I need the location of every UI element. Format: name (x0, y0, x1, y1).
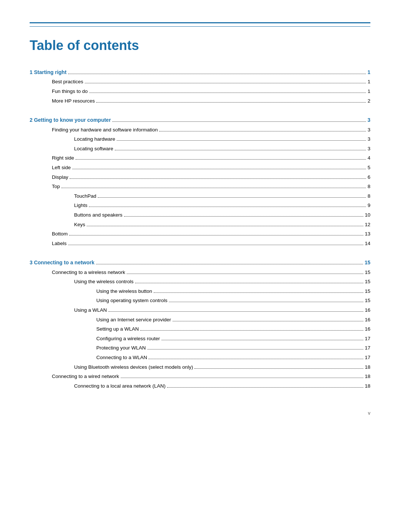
toc-entry-dots (167, 387, 363, 388)
toc-entry: Using the wireless controls15 (30, 278, 370, 286)
toc-entry-page: 6 (367, 173, 370, 181)
toc-entry: Fun things to do1 (30, 87, 370, 96)
toc-entry-page: 14 (365, 240, 370, 248)
toc-entry-dots (87, 226, 363, 226)
toc-entry-text: Using Bluetooth wireless devices (select… (74, 363, 193, 371)
toc-entry-page: 4 (367, 154, 370, 162)
toc-entry-page: 3 (367, 116, 370, 124)
toc-entry-text: Buttons and speakers (74, 211, 123, 219)
toc-entry-dots (85, 83, 366, 83)
toc-entry: 3 Connecting to a network15 (30, 258, 370, 267)
toc-entry-dots (149, 359, 363, 359)
toc-entry-text: Labels (52, 240, 67, 248)
toc-entry-text: Right side (52, 154, 74, 162)
toc-entry-page: 18 (365, 363, 370, 371)
toc-entry-page: 15 (365, 268, 370, 277)
toc-entry-text: Configuring a wireless router (96, 335, 160, 343)
toc-entry: Left side5 (30, 164, 370, 172)
toc-entry-text: Finding your hardware and software infor… (52, 126, 158, 134)
toc-entry-dots (72, 169, 366, 169)
toc-entry-dots (69, 235, 363, 235)
toc-entry: Best practices1 (30, 78, 370, 86)
toc-entry-dots (115, 150, 366, 150)
toc-entry-dots (173, 321, 363, 321)
toc-entry-dots (109, 311, 363, 312)
toc-entry-dots (117, 140, 366, 141)
toc-entry: 1 Starting right1 (30, 68, 370, 76)
toc-entry: TouchPad8 (30, 192, 370, 200)
toc-entry-page: 10 (365, 211, 370, 219)
toc-entry: Using Bluetooth wireless devices (select… (30, 363, 370, 371)
toc-section-1: 1 Starting right1Best practices1Fun thin… (30, 68, 370, 105)
toc-entry: Labels14 (30, 240, 370, 248)
top-border-thin (30, 26, 370, 27)
toc-entry: Protecting your WLAN17 (30, 344, 370, 352)
toc-entry: More HP resources2 (30, 97, 370, 105)
toc-entry-page: 18 (365, 372, 370, 381)
toc-entry-text: Lights (74, 201, 87, 210)
toc-entry: Buttons and speakers10 (30, 211, 370, 219)
toc-entry-page: 1 (367, 87, 370, 96)
toc-entry: Connecting to a wireless network15 (30, 268, 370, 277)
toc-entry: Keys12 (30, 221, 370, 229)
top-border-thick (30, 22, 370, 23)
toc-entry-text: Top (52, 183, 60, 191)
toc-entry-dots (147, 349, 363, 349)
toc-entry: Locating software3 (30, 145, 370, 153)
toc-entry: Using a WLAN16 (30, 306, 370, 314)
toc-entry: Bottom13 (30, 230, 370, 238)
toc-entry-page: 16 (365, 325, 370, 333)
toc-entry-page: 5 (367, 164, 370, 172)
toc-entry-text: Locating software (74, 145, 113, 153)
toc-entry-text: TouchPad (74, 192, 96, 200)
toc-entry-text: Using operating system controls (96, 297, 167, 305)
toc-entry-text: Keys (74, 221, 85, 229)
toc-entry-text: Connecting to a WLAN (96, 354, 147, 362)
toc-entry-dots (124, 216, 363, 217)
toc-entry-page: 1 (367, 78, 370, 86)
toc-entry: Using an Internet service provider16 (30, 316, 370, 324)
toc-entry-page: 1 (367, 68, 370, 76)
toc-entry-text: Display (52, 173, 68, 181)
toc-entry-page: 15 (364, 258, 370, 267)
toc-entry-dots (96, 264, 363, 264)
toc-entry: 2 Getting to know your computer3 (30, 116, 370, 124)
toc-entry-page: 8 (367, 183, 370, 191)
toc-entry-dots (61, 188, 366, 188)
toc-entry-dots (68, 245, 363, 245)
toc-entry-dots (169, 302, 363, 302)
toc-entry-dots (112, 121, 366, 122)
toc-entry: Right side4 (30, 154, 370, 162)
toc-entry: Setting up a WLAN16 (30, 325, 370, 333)
toc-entry-text: Left side (52, 164, 71, 172)
toc-entry: Connecting to a WLAN17 (30, 354, 370, 362)
toc-section-2: 2 Getting to know your computer3Finding … (30, 116, 370, 247)
toc-entry-text: Connecting to a local area network (LAN) (74, 382, 166, 390)
toc-entry-page: 8 (367, 192, 370, 200)
toc-entry-text: Using the wireless controls (74, 278, 134, 286)
toc-entry-text: Connecting to a wireless network (52, 268, 125, 277)
toc-entry-page: 16 (365, 316, 370, 324)
toc-entry: Lights9 (30, 201, 370, 210)
toc-entry-dots (98, 197, 366, 198)
toc-entry-page: 17 (365, 335, 370, 343)
toc-entry-dots (154, 292, 363, 293)
toc-entry: Display6 (30, 173, 370, 181)
toc-entry-dots (127, 274, 363, 274)
toc-entry-text: Using a WLAN (74, 306, 107, 314)
toc-entry-dots (70, 178, 366, 179)
toc-entry-page: 9 (367, 201, 370, 210)
page-container: Table of contents 1 Starting right1Best … (0, 0, 400, 431)
toc-entry-dots (135, 283, 363, 283)
toc-entry-page: 17 (365, 344, 370, 352)
toc-entry-dots (76, 159, 366, 160)
toc-entry: Finding your hardware and software infor… (30, 126, 370, 134)
toc-entry-text: 1 Starting right (30, 68, 67, 76)
toc-entry-page: 3 (367, 145, 370, 153)
toc-entry-page: 17 (365, 354, 370, 362)
toc-entry: Connecting to a wired network18 (30, 372, 370, 381)
toc-entry-page: 15 (365, 287, 370, 295)
toc-entry: Connecting to a local area network (LAN)… (30, 382, 370, 390)
toc-entry-dots (161, 340, 363, 340)
toc-entry: Configuring a wireless router17 (30, 335, 370, 343)
